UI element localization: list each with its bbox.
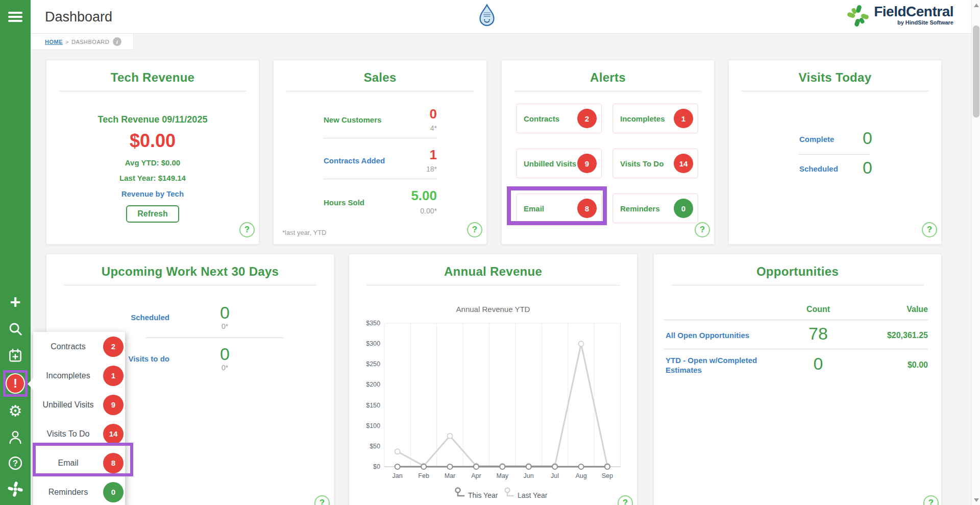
sales-row-subvalue: 4* [430,124,437,132]
divider [324,138,437,138]
breadcrumb-home-link[interactable]: HOME [45,39,63,45]
opportunities-count: 0 [782,354,854,374]
header: Dashboard FieldCentral by HindSite Softw… [31,0,980,34]
divider [286,91,474,91]
contracts-added-link[interactable]: Contracts Added [324,156,385,165]
annual-revenue-card: Annual Revenue Annual Revenue YTD $0$50$… [349,254,638,505]
add-icon[interactable]: + [0,291,31,314]
menu-item-label: Unbilled Visits [33,400,103,410]
calendar-add-icon[interactable] [0,344,31,367]
svg-text:May: May [496,472,508,479]
count-badge: 2 [103,336,124,357]
sales-card: Sales New Customers 0 4* Contracts Added… [273,60,487,245]
divider [146,338,284,338]
alert-tile-contracts[interactable]: Contracts 2 [516,104,602,133]
divider [324,179,437,179]
menu-item-unbilled-visits[interactable]: Unbilled Visits 9 [33,390,125,419]
sales-row-value: 0 [430,107,437,121]
complete-link[interactable]: Complete [799,135,834,143]
scroll-down-arrow[interactable] [972,496,980,504]
card-title: Tech Revenue [46,70,259,85]
alerts-icon[interactable]: ! [6,373,25,394]
help-icon[interactable]: ? [314,495,330,505]
info-icon[interactable]: i [113,37,121,46]
count-badge: 8 [577,199,597,218]
svg-text:Aug: Aug [575,472,586,479]
fieldcentral-pinwheel-icon[interactable] [0,478,31,500]
help-icon[interactable]: ? [695,222,710,237]
count-badge: 14 [674,154,693,173]
svg-text:?: ? [13,459,18,468]
tile-label: Email [524,204,544,213]
alerts-popup-menu: Contracts 2 Incompletes 1 Unbilled Visit… [33,332,125,505]
help-icon[interactable]: ? [467,222,482,237]
svg-text:Jun: Jun [524,472,534,479]
scheduled-value: 0 [863,158,872,178]
user-icon[interactable] [0,426,31,448]
card-title: Opportunities [654,264,941,279]
count-badge: 1 [103,366,124,386]
card-title: Visits Today [729,70,941,85]
count-badge: 9 [103,395,124,415]
menu-item-email[interactable]: Email 8 [33,448,125,477]
alert-tile-email[interactable]: Email 8 [516,194,602,223]
refresh-button[interactable]: Refresh [126,205,179,223]
sales-row-label: New Customers [324,115,381,124]
breadcrumb-separator: > [65,39,69,45]
opportunities-count: 78 [782,324,854,344]
scroll-up-arrow[interactable] [972,1,980,9]
divider [664,349,928,349]
vertical-scrollbar[interactable] [971,0,980,505]
scheduled-link[interactable]: Scheduled [108,313,169,322]
help-icon[interactable]: ? [922,222,937,237]
help-icon[interactable]: ? [239,222,255,237]
menu-item-visits-to-do[interactable]: Visits To Do 14 [33,419,125,448]
alert-tile-incompletes[interactable]: Incompletes 1 [612,104,698,133]
settings-gear-icon[interactable]: ⚙ [0,400,31,422]
svg-text:Jan: Jan [393,472,403,479]
count-badge: 0 [674,199,693,218]
value-column-header: Value [848,305,928,314]
brand-tagline: by HindSite Software [874,19,953,26]
sales-footnote: *last year, YTD [282,229,326,236]
scrollbar-thumb[interactable] [973,26,979,117]
tech-revenue-date-heading: Tech Revenue 09/11/2025 [46,114,259,125]
svg-text:$200: $200 [366,381,380,388]
menu-item-label: Visits To Do [33,429,103,439]
menu-item-contracts[interactable]: Contracts 2 [33,332,125,361]
fieldcentral-logo: FieldCentral by HindSite Software [846,4,953,28]
revenue-by-tech-link[interactable]: Revenue by Tech [46,189,259,198]
scheduled-link[interactable]: Scheduled [799,164,838,173]
menu-item-reminders[interactable]: Reminders 0 [33,477,125,505]
svg-text:Apr: Apr [471,472,481,479]
ytd-open-completed-link[interactable]: YTD - Open w/Completed Estimates [666,355,786,375]
sales-row-subvalue: 18* [426,165,437,173]
alerts-card: Alerts Contracts 2 Incompletes 1 Unbille… [501,60,715,245]
card-title: Upcoming Work Next 30 Days [46,264,334,279]
brand-name: FieldCentral [874,4,953,19]
card-title: Sales [274,70,486,85]
menu-item-incompletes[interactable]: Incompletes 1 [33,361,125,390]
visits-to-do-value: 0 [220,344,230,364]
divider [64,285,316,285]
alert-tile-reminders[interactable]: Reminders 0 [612,194,698,223]
alert-tile-unbilled-visits[interactable]: Unbilled Visits 9 [516,149,602,178]
help-circle-icon[interactable]: ? [0,452,31,474]
menu-item-label: Incompletes [33,371,103,380]
visits-to-do-subvalue: 0* [222,364,228,372]
svg-text:$50: $50 [370,443,380,450]
tile-label: Contracts [524,114,559,123]
svg-text:$100: $100 [366,422,380,429]
hamburger-menu-icon[interactable] [0,6,31,28]
page-title: Dashboard [45,9,112,25]
divider [798,154,870,155]
alert-icon-highlight: ! [3,370,28,397]
sales-row-value: 1 [430,148,437,161]
all-open-opportunities-link[interactable]: All Open Opportunities [666,330,786,340]
search-icon[interactable] [0,318,31,340]
svg-text:Sep: Sep [602,472,613,479]
alert-tile-visits-to-do[interactable]: Visits To Do 14 [612,149,698,178]
divider [514,91,701,91]
help-icon[interactable]: ? [923,495,939,505]
scheduled-subvalue: 0* [222,322,228,330]
